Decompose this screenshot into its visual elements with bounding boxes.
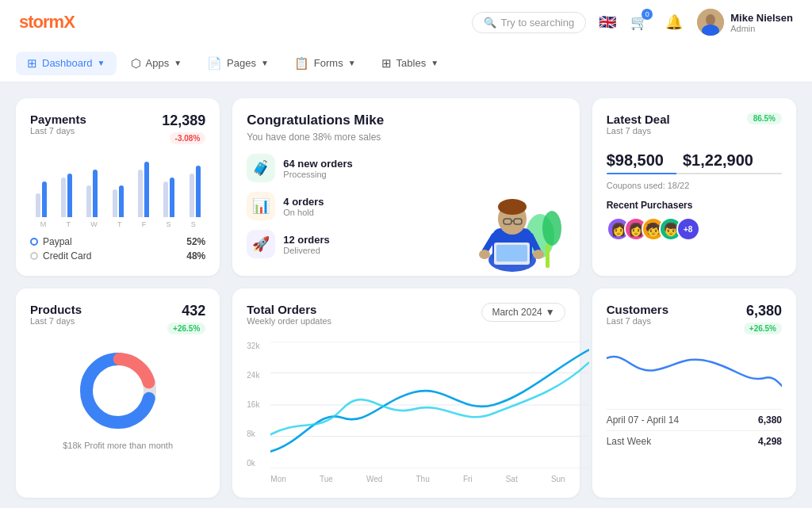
nav-chevron: ▼ bbox=[98, 59, 105, 67]
payments-subtitle: Last 7 days bbox=[30, 126, 86, 136]
customer-current-label: April 07 - April 14 bbox=[607, 414, 679, 426]
products-value: 432 bbox=[182, 303, 205, 319]
congrats-card: Congratulations Mike You have done 38% m… bbox=[232, 98, 579, 276]
payment-methods: Paypal 52% Credit Card 48% bbox=[30, 236, 205, 262]
svg-point-18 bbox=[533, 250, 544, 259]
user-profile[interactable]: Mike Nielsen Admin bbox=[697, 9, 793, 36]
creditcard-row: Credit Card 48% bbox=[30, 250, 205, 262]
deal-divider bbox=[607, 173, 782, 174]
customers-card: Customers Last 7 days 6,380 +26.5% April… bbox=[592, 288, 796, 498]
cart-badge: 0 bbox=[642, 9, 653, 20]
orders-title: Total Orders bbox=[247, 303, 331, 316]
customers-value: 6,380 bbox=[746, 303, 782, 319]
navigation: ⊞ Dashboard ▼ ⬡ Apps ▼ 📄 Pages ▼ 📋 Forms… bbox=[0, 44, 812, 82]
month-selector[interactable]: March 2024 ▼ bbox=[481, 303, 565, 322]
logo-orange: X bbox=[63, 12, 75, 32]
customers-title: Customers bbox=[607, 303, 668, 316]
apps-chevron: ▼ bbox=[174, 59, 182, 67]
svg-point-1 bbox=[706, 14, 715, 25]
pages-chevron: ▼ bbox=[261, 59, 269, 67]
creditcard-percent: 48% bbox=[186, 250, 205, 262]
nav-pages[interactable]: 📄 Pages ▼ bbox=[196, 52, 280, 75]
orders-header: Total Orders Weekly order updates March … bbox=[247, 303, 565, 334]
x-axis-labels: Mon Tue Wed Thu Fri Sat Sun bbox=[247, 475, 565, 483]
customer-current-value: 6,380 bbox=[758, 414, 782, 426]
nav-dashboard[interactable]: ⊞ Dashboard ▼ bbox=[16, 52, 117, 75]
customers-mini-chart bbox=[607, 342, 782, 401]
search-placeholder: Try to searching bbox=[501, 17, 575, 29]
order-processing-icon: 🧳 bbox=[247, 154, 275, 182]
line-chart-container: 32k 24k 16k 8k 0k Mon Tue bbox=[247, 342, 565, 483]
order-onhold-count: 4 orders bbox=[283, 196, 324, 208]
deal-coupons: Coupons used: 18/22 bbox=[607, 181, 782, 190]
products-header: Products Last 7 days 432 +26.5% bbox=[30, 303, 205, 334]
paypal-dot bbox=[30, 238, 38, 246]
header: stormX 🔍 Try to searching 🇬🇧 🛒0 🔔 Mike N… bbox=[0, 0, 812, 44]
logo: stormX bbox=[19, 12, 75, 32]
nav-dashboard-label: Dashboard bbox=[42, 57, 93, 69]
deal-amount-main: $98,500 bbox=[607, 151, 664, 170]
svg-rect-5 bbox=[546, 244, 550, 268]
pages-icon: 📄 bbox=[207, 56, 222, 71]
customers-subtitle: Last 7 days bbox=[607, 316, 668, 326]
month-label: March 2024 bbox=[492, 307, 542, 318]
payments-badge: -3.08% bbox=[170, 132, 206, 144]
paypal-label: Paypal bbox=[43, 236, 72, 247]
nav-forms[interactable]: 📋 Forms ▼ bbox=[283, 52, 367, 75]
customer-stats: April 07 - April 14 6,380 Last Week 4,29… bbox=[607, 409, 782, 447]
character-illustration bbox=[445, 149, 572, 276]
order-processing-status: Processing bbox=[283, 170, 352, 179]
bar-chart-labels: M T W T F S S bbox=[30, 220, 205, 228]
language-flag[interactable]: 🇬🇧 bbox=[599, 13, 616, 31]
congrats-title: Congratulations Mike bbox=[247, 113, 565, 128]
order-delivered-icon: 🚀 bbox=[247, 230, 275, 258]
congrats-subtitle: You have done 38% more sales bbox=[247, 132, 565, 143]
deal-amount-sec: $1,22,900 bbox=[683, 151, 753, 170]
bar-sat bbox=[159, 178, 180, 217]
search-icon: 🔍 bbox=[484, 17, 496, 29]
products-subtitle: Last 7 days bbox=[30, 316, 82, 326]
avatar bbox=[697, 9, 724, 36]
nav-apps[interactable]: ⬡ Apps ▼ bbox=[120, 52, 193, 75]
order-onhold-text: 4 orders On hold bbox=[283, 196, 324, 217]
svg-rect-14 bbox=[496, 245, 527, 262]
order-processing-text: 64 new orders Processing bbox=[283, 158, 352, 179]
user-role: Admin bbox=[730, 24, 793, 33]
purchaser-more: +8 bbox=[676, 217, 700, 241]
products-title: Products bbox=[30, 303, 82, 316]
order-delivered-count: 12 orders bbox=[283, 234, 330, 246]
cart-button[interactable]: 🛒0 bbox=[627, 10, 651, 34]
bar-fri bbox=[132, 162, 154, 217]
paypal-percent: 52% bbox=[186, 236, 205, 247]
bar-sun bbox=[184, 166, 205, 217]
customer-stat-current: April 07 - April 14 6,380 bbox=[607, 409, 782, 426]
purchasers-label: Recent Purchasers bbox=[607, 200, 782, 211]
payments-title: Payments bbox=[30, 113, 86, 126]
nav-tables[interactable]: ⊞ Tables ▼ bbox=[370, 52, 450, 75]
purchasers-avatars: 👩 👩 🧒 👦 +8 bbox=[607, 217, 782, 241]
orders-subtitle: Weekly order updates bbox=[247, 316, 331, 326]
latest-deal-card: Latest Deal Last 7 days 86.5% $98,500 $1… bbox=[592, 98, 796, 276]
month-chevron: ▼ bbox=[546, 307, 555, 318]
creditcard-label: Credit Card bbox=[43, 250, 91, 262]
order-onhold-status: On hold bbox=[283, 208, 324, 217]
customers-badge: +26.5% bbox=[744, 323, 782, 334]
nav-forms-label: Forms bbox=[314, 57, 343, 69]
bar-tue bbox=[56, 174, 77, 217]
nav-pages-label: Pages bbox=[227, 57, 256, 69]
apps-icon: ⬡ bbox=[131, 56, 141, 71]
products-badge: +26.5% bbox=[167, 323, 205, 334]
header-actions: 🇬🇧 🛒0 🔔 Mike Nielsen Admin bbox=[599, 9, 793, 36]
payments-bar-chart bbox=[30, 154, 205, 217]
payments-header: Payments Last 7 days 12,389 -3.08% bbox=[30, 113, 205, 144]
order-processing-count: 64 new orders bbox=[283, 158, 352, 170]
creditcard-dot bbox=[30, 252, 38, 260]
forms-chevron: ▼ bbox=[348, 59, 356, 67]
search-bar[interactable]: 🔍 Try to searching bbox=[472, 12, 587, 33]
products-footer: $18k Profit more than month bbox=[30, 441, 205, 450]
products-card: Products Last 7 days 432 +26.5% $18k Pro… bbox=[16, 288, 220, 498]
customer-last-value: 4,298 bbox=[758, 436, 782, 447]
order-delivered-text: 12 orders Delivered bbox=[283, 234, 330, 255]
notifications-button[interactable]: 🔔 bbox=[662, 10, 686, 34]
payments-card: Payments Last 7 days 12,389 -3.08% bbox=[16, 98, 220, 276]
